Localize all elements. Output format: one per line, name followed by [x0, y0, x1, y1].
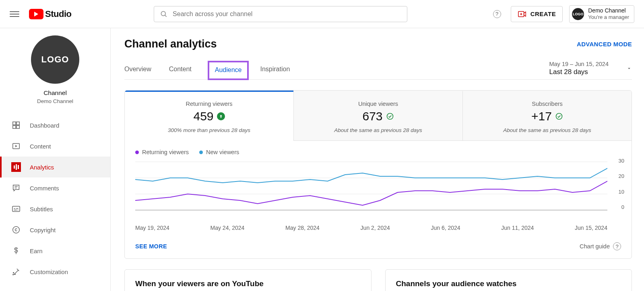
panel-title: When your viewers are on YouTube	[135, 279, 361, 288]
metric-sub: 300% more than previous 28 days	[129, 127, 289, 133]
svg-point-19	[13, 274, 14, 275]
channel-heading: Channel	[43, 89, 67, 97]
brand-text: Studio	[45, 9, 71, 19]
metric-value: +17	[531, 109, 552, 123]
channel-avatar: LOGO	[31, 35, 79, 84]
customization-icon	[11, 267, 21, 277]
date-preset-text: Last 28 days	[549, 68, 609, 76]
brand-logo[interactable]: Studio	[29, 9, 71, 19]
y-axis-labels: 30 20 10 0	[619, 158, 624, 210]
svg-rect-12	[12, 206, 20, 212]
channel-block[interactable]: LOGO Channel Demo Channel	[0, 35, 110, 112]
metric-value: 673	[362, 109, 382, 123]
dashboard-icon	[11, 120, 21, 130]
legend-dot	[135, 151, 139, 154]
search-icon	[160, 10, 168, 18]
sidebar-item-label: Subtitles	[30, 206, 53, 213]
chart-guide-link[interactable]: Chart guide ?	[580, 242, 621, 250]
sidebar-item-label: Comments	[30, 185, 59, 192]
svg-point-0	[161, 11, 165, 16]
legend-item: New viewers	[199, 149, 239, 155]
chart-guide-label: Chart guide	[580, 243, 610, 250]
sidebar-item-analytics[interactable]: Analytics	[0, 157, 110, 177]
sidebar-item-label: Dashboard	[30, 122, 59, 129]
sidebar-item-label: Copyright	[30, 227, 56, 233]
panel-viewer-activity: When your viewers are on YouTube	[124, 269, 372, 291]
sidebar-item-earn[interactable]: Earn	[0, 240, 110, 261]
search-input[interactable]	[173, 10, 401, 18]
metric-sub: About the same as previous 28 days	[467, 127, 627, 133]
metric-label: Subscribers	[467, 101, 627, 107]
help-icon: ?	[613, 242, 621, 250]
analytics-icon	[11, 162, 21, 172]
legend-item: Returning viewers	[135, 149, 189, 155]
search-input-wrapper[interactable]	[154, 6, 407, 22]
sidebar-item-label: Content	[30, 143, 51, 150]
account-role: You're a manager	[588, 14, 629, 21]
svg-point-17	[13, 227, 20, 233]
youtube-icon	[29, 9, 43, 19]
comments-icon	[11, 183, 21, 193]
svg-point-18	[13, 272, 14, 273]
panel-title: Channels your audience watches	[396, 279, 621, 288]
chevron-down-icon	[626, 66, 632, 71]
svg-point-21	[387, 114, 393, 120]
help-button[interactable]: ?	[490, 7, 504, 21]
help-icon: ?	[493, 10, 501, 18]
tabs: Overview Content Audience Inspiration Ma…	[124, 61, 632, 80]
sidebar: LOGO Channel Demo Channel Dashboard Cont…	[0, 28, 111, 291]
check-icon	[555, 112, 563, 120]
see-more-link[interactable]: SEE MORE	[135, 243, 167, 250]
sidebar-item-customization[interactable]: Customization	[0, 261, 110, 282]
menu-icon[interactable]	[10, 9, 19, 19]
content-icon	[11, 141, 21, 151]
tab-content[interactable]: Content	[169, 66, 192, 79]
advanced-mode-link[interactable]: ADVANCED MODE	[577, 41, 632, 47]
svg-rect-5	[13, 122, 16, 125]
channel-name: Demo Channel	[37, 98, 73, 104]
topbar: Studio ? CREATE LOGO Demo Channel You're…	[0, 0, 644, 28]
panel-audience-channels: Channels your audience watches	[385, 269, 632, 291]
date-range-text: May 19 – Jun 15, 2024	[549, 61, 609, 67]
sidebar-item-dashboard[interactable]: Dashboard	[0, 115, 110, 136]
sidebar-item-label: Analytics	[30, 164, 54, 171]
svg-line-1	[165, 15, 167, 17]
metric-label: Unique viewers	[298, 101, 458, 107]
copyright-icon	[11, 225, 21, 235]
legend-label: Returning viewers	[142, 149, 189, 155]
account-switcher[interactable]: LOGO Demo Channel You're a manager	[569, 5, 634, 23]
create-label: CREATE	[530, 10, 556, 17]
chart-legend: Returning viewers New viewers	[125, 141, 632, 158]
sidebar-item-comments[interactable]: Comments	[0, 177, 110, 198]
date-range-picker[interactable]: May 19 – Jun 15, 2024 Last 28 days	[549, 61, 632, 79]
x-axis-labels: May 19, 2024 May 24, 2024 May 28, 2024 J…	[125, 222, 632, 237]
tab-overview[interactable]: Overview	[124, 66, 151, 79]
trend-up-icon	[217, 112, 225, 120]
svg-rect-7	[13, 126, 16, 128]
sidebar-item-copyright[interactable]: Copyright	[0, 219, 110, 240]
sidebar-item-subtitles[interactable]: Subtitles	[0, 198, 110, 219]
metric-sub: About the same as previous 28 days	[298, 127, 458, 133]
metric-returning-viewers[interactable]: Returning viewers 459 300% more than pre…	[125, 91, 293, 141]
analytics-card: Returning viewers 459 300% more than pre…	[124, 90, 632, 259]
metric-value: 459	[193, 109, 213, 123]
account-name: Demo Channel	[588, 7, 629, 14]
svg-point-20	[14, 274, 15, 275]
check-icon	[386, 112, 394, 120]
chart: 30 20 10 0	[125, 158, 632, 222]
avatar: LOGO	[572, 8, 584, 20]
create-button[interactable]: CREATE	[511, 6, 563, 22]
page-title: Channel analytics	[124, 38, 217, 50]
metric-label: Returning viewers	[129, 101, 289, 107]
svg-point-22	[556, 114, 562, 120]
tab-inspiration[interactable]: Inspiration	[260, 66, 290, 79]
metric-subscribers[interactable]: Subscribers +17 About the same as previo…	[462, 91, 632, 141]
create-icon	[518, 10, 526, 19]
legend-label: New viewers	[206, 149, 239, 155]
tab-audience[interactable]: Audience	[208, 61, 249, 80]
svg-rect-8	[17, 126, 19, 128]
earn-icon	[11, 246, 21, 256]
sidebar-item-label: Customization	[30, 268, 68, 275]
sidebar-item-content[interactable]: Content	[0, 136, 110, 157]
metric-unique-viewers[interactable]: Unique viewers 673 About the same as pre…	[293, 91, 462, 141]
